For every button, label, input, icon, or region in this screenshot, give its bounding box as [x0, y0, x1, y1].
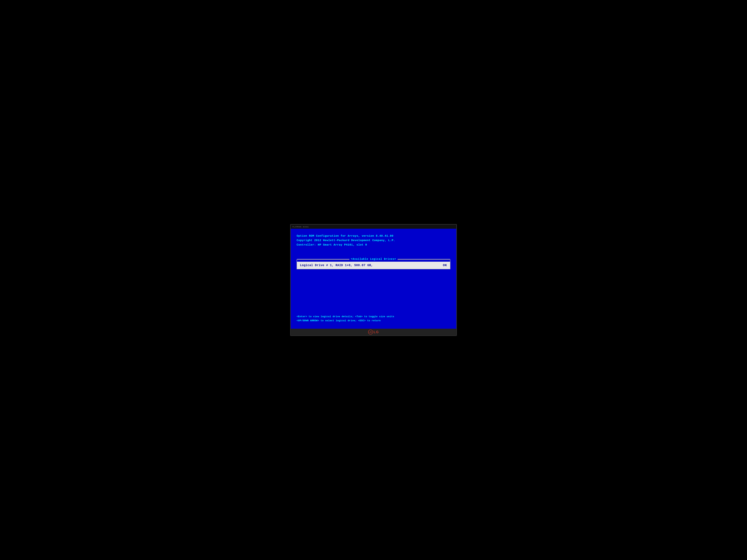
brand-text: FLATRON — [292, 226, 302, 228]
header-line2: Copyright 2012 Hewlett-Packard Developme… — [297, 238, 450, 243]
logical-drives-dialog: =Available Logical Drives= Logical Drive… — [297, 260, 450, 269]
footer-line2: <UP/DOWN ARROW> to select logical drive;… — [297, 319, 450, 323]
monitor-brand: FLATRON E2341 — [292, 225, 309, 228]
lg-text: LG — [374, 330, 379, 334]
monitor-top-bar: FLATRON E2341 — [291, 224, 456, 229]
drive-info-text: Logical Drive # 1, RAID 1+0, 500.07 GB, — [300, 264, 373, 267]
header-block: Option ROM Configuration for Arrays, ver… — [297, 234, 450, 247]
ok-status: OK — [443, 264, 447, 267]
lg-logo: LG LG — [368, 330, 379, 335]
bios-screen: Option ROM Configuration for Arrays, ver… — [291, 229, 456, 329]
header-line1: Option ROM Configuration for Arrays, ver… — [297, 234, 450, 238]
monitor-bottom-bar: LG LG — [291, 329, 456, 336]
header-line3: Controller: HP Smart Array P410i, slot 0 — [297, 243, 450, 247]
drive-entry[interactable]: Logical Drive # 1, RAID 1+0, 500.07 GB, … — [297, 262, 450, 269]
lg-circle-icon: LG — [368, 330, 373, 335]
footer-line1: <Enter> to view logical drive details; <… — [297, 315, 450, 319]
title-line-left — [297, 259, 350, 259]
dialog-title-bar: =Available Logical Drives= — [297, 258, 450, 261]
model-text: E2341 — [303, 226, 309, 228]
title-line-right — [397, 259, 450, 259]
dialog-title: =Available Logical Drives= — [350, 258, 397, 261]
monitor-frame: FLATRON E2341 Option ROM Configuration f… — [290, 224, 457, 336]
footer-help: <Enter> to view logical drive details; <… — [297, 315, 450, 323]
